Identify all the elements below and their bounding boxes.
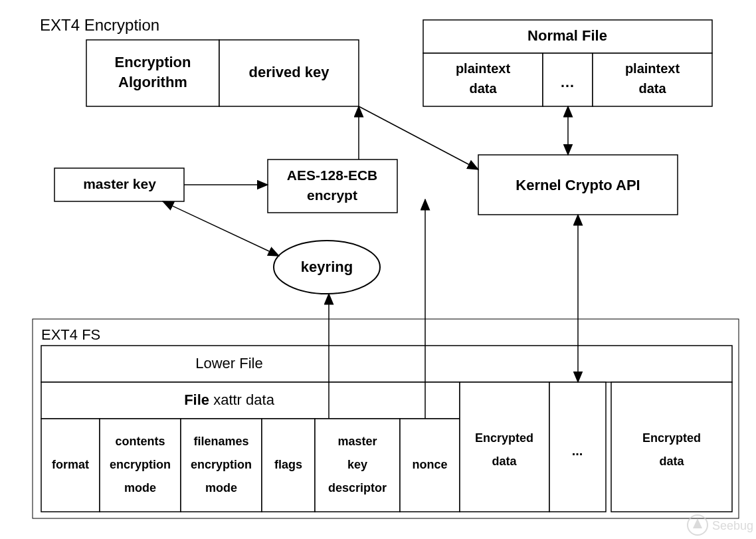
kernel-crypto-api-label: Kernel Crypto API <box>516 177 640 193</box>
ellipsis-bottom: ... <box>572 443 583 458</box>
mkd-1: master <box>337 435 377 448</box>
encrypted-1a: Encrypted <box>475 431 533 445</box>
plaintext-data-1a: plaintext <box>456 61 511 76</box>
encrypted-2b: data <box>659 455 684 468</box>
aes-line1: AES-128-ECB <box>287 167 378 183</box>
mkd-3: descriptor <box>328 481 387 494</box>
file-xattr-label: File xattr data <box>184 391 275 408</box>
file-xattr-rest: xattr data <box>209 391 275 408</box>
aes-box: AES-128-ECB encrypt <box>268 160 397 213</box>
plaintext-data-1b: data <box>469 81 497 96</box>
aes-line2: encrypt <box>307 187 357 203</box>
svg-rect-13 <box>41 346 732 382</box>
keyring-ellipse: keyring <box>274 241 380 294</box>
normal-file-group: Normal File plaintext data … plaintext d… <box>423 20 712 106</box>
ext4-fs-label: EXT4 FS <box>41 326 100 343</box>
nonce-label: nonce <box>412 458 447 471</box>
encryption-group: Encryption Algorithm derived key <box>86 40 359 106</box>
filenames-mode-1: filenames <box>193 435 248 448</box>
file-xattr-bold: File <box>184 391 209 408</box>
ext4-fs-container: EXT4 FS Lower File File xattr data forma… <box>33 319 739 518</box>
lower-file-label: Lower File <box>195 355 262 372</box>
encryption-algo-line1: Encryption <box>115 54 191 70</box>
flags-label: flags <box>274 458 302 471</box>
ellipsis-top: … <box>560 74 575 90</box>
keyring-label: keyring <box>301 259 353 275</box>
plaintext-data-2a: plaintext <box>625 61 680 76</box>
master-key-box: master key <box>54 168 184 201</box>
svg-rect-23 <box>611 382 732 512</box>
contents-mode-3: mode <box>124 481 156 494</box>
filenames-mode-3: mode <box>205 481 237 494</box>
normal-file-label: Normal File <box>527 27 607 44</box>
master-key-label: master key <box>83 176 156 191</box>
encrypted-2a: Encrypted <box>642 431 701 445</box>
svg-text:Seebug: Seebug <box>712 519 753 532</box>
svg-rect-21 <box>460 382 549 512</box>
derived-key-label: derived key <box>248 64 330 80</box>
encryption-algo-line2: Algorithm <box>118 74 187 90</box>
encrypted-1b: data <box>492 455 517 468</box>
plaintext-data-2b: data <box>638 81 666 96</box>
filenames-mode-2: encryption <box>191 458 252 471</box>
diagram-title: EXT4 Encryption <box>40 16 159 34</box>
contents-mode-2: encryption <box>110 458 171 471</box>
arrow-masterkey-keyring <box>163 201 279 256</box>
contents-mode-1: contents <box>115 435 165 448</box>
mkd-2: key <box>347 458 367 471</box>
kernel-crypto-api-box: Kernel Crypto API <box>478 155 678 215</box>
format-label: format <box>52 458 89 471</box>
